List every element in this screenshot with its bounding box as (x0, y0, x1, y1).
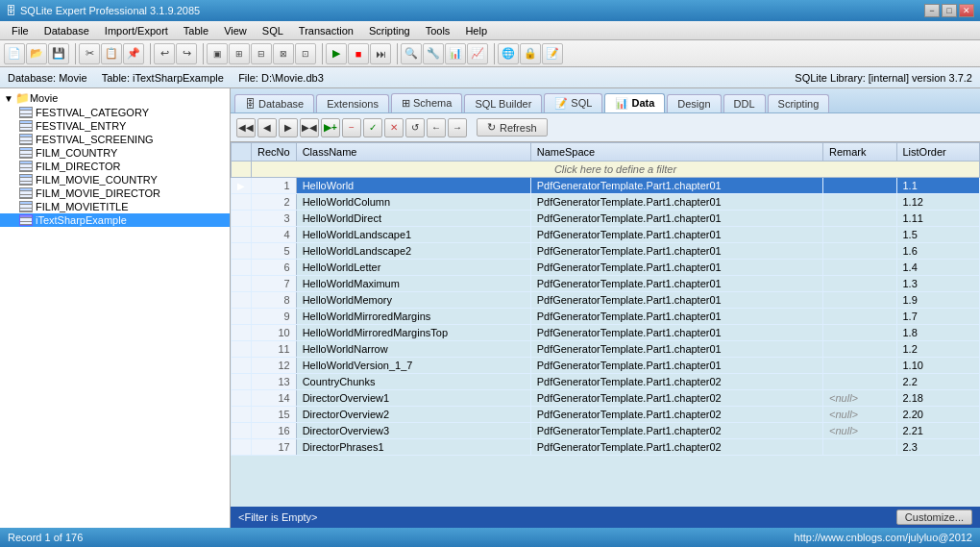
cell-listorder: 2.3 (896, 439, 980, 456)
sidebar-item-2[interactable]: FESTIVAL_SCREENING (0, 133, 230, 146)
table-row[interactable]: 16DirectorOverview3PdfGeneratorTemplate.… (232, 423, 980, 439)
tb-q1[interactable]: 🌐 (498, 43, 519, 64)
cell-classname: HelloWorldMemory (296, 292, 530, 309)
table-row[interactable]: 10HelloWorldMirroredMarginsTopPdfGenerat… (232, 325, 980, 341)
menu-tools[interactable]: Tools (418, 23, 458, 38)
sidebar-item-4[interactable]: FILM_DIRECTOR (0, 160, 230, 173)
sidebar-item-8[interactable]: iTextSharpExample (0, 213, 230, 227)
nav-first[interactable]: ◀◀ (236, 118, 256, 137)
tb-b2[interactable]: ⊞ (229, 43, 250, 64)
cell-recno: 7 (252, 276, 297, 292)
nav-prev[interactable]: ◀ (257, 118, 277, 137)
tb-new[interactable]: 📄 (4, 43, 25, 64)
col-classname[interactable]: ClassName (296, 143, 530, 162)
tab-ddl[interactable]: DDL (723, 94, 766, 112)
table-row[interactable]: 2HelloWorldColumnPdfGeneratorTemplate.Pa… (232, 194, 980, 211)
col-recno[interactable]: RecNo (252, 143, 297, 162)
tb-undo[interactable]: ↩ (154, 43, 175, 64)
nav-cancel[interactable]: ✕ (384, 118, 404, 137)
tb-b3[interactable]: ⊟ (251, 43, 272, 64)
tb-step[interactable]: ⏭ (370, 43, 391, 64)
tb-copy[interactable]: 📋 (101, 43, 122, 64)
tb-open[interactable]: 📂 (26, 43, 47, 64)
nav-next[interactable]: ▶ (279, 118, 298, 137)
table-row[interactable]: 15DirectorOverview2PdfGeneratorTemplate.… (232, 407, 980, 423)
cell-recno: 13 (252, 374, 297, 390)
tb-r3[interactable]: 📊 (445, 43, 466, 64)
table-row[interactable]: ▶1HelloWorldPdfGeneratorTemplate.Part1.c… (232, 178, 980, 194)
table-row[interactable]: 17DirectorPhrases1PdfGeneratorTemplate.P… (232, 439, 980, 456)
tab-sql[interactable]: 📝 SQL (544, 93, 602, 112)
menu-import-export[interactable]: Import/Export (97, 23, 176, 38)
minimize-button[interactable]: − (924, 4, 940, 17)
sidebar-item-1[interactable]: FESTIVAL_ENTRY (0, 119, 230, 133)
table-row[interactable]: 9HelloWorldMirroredMarginsPdfGeneratorTe… (232, 309, 980, 325)
nav-last[interactable]: ▶◀ (300, 118, 319, 137)
customize-button[interactable]: Customize... (896, 510, 972, 525)
tb-r2[interactable]: 🔧 (423, 43, 444, 64)
sidebar-item-5[interactable]: FILM_MOVIE_COUNTRY (0, 173, 230, 186)
sidebar-item-3[interactable]: FILM_COUNTRY (0, 146, 230, 160)
menu-scripting[interactable]: Scripting (361, 23, 418, 38)
tb-b4[interactable]: ⊠ (273, 43, 294, 64)
table-row[interactable]: 5HelloWorldLandscape2PdfGeneratorTemplat… (232, 243, 980, 260)
table-row[interactable]: 7HelloWorldMaximumPdfGeneratorTemplate.P… (232, 276, 980, 292)
menu-file[interactable]: File (4, 23, 37, 38)
tb-cut[interactable]: ✂ (79, 43, 100, 64)
cell-namespace: PdfGeneratorTemplate.Part1.chapter01 (530, 358, 822, 374)
col-remark[interactable]: Remark (823, 143, 896, 162)
tab-schema[interactable]: ⊞ Schema (391, 93, 462, 112)
refresh-button[interactable]: ↻ Refresh (477, 118, 548, 137)
col-listorder[interactable]: ListOrder (896, 143, 980, 162)
nav-refresh-small[interactable]: ↺ (405, 118, 425, 137)
tb-b1[interactable]: ▣ (207, 43, 228, 64)
tb-r4[interactable]: 📈 (467, 43, 488, 64)
tab-extensions[interactable]: Extensions (316, 94, 389, 112)
table-row[interactable]: 6HelloWorldLetterPdfGeneratorTemplate.Pa… (232, 260, 980, 276)
app-icon: 🗄 (6, 5, 16, 16)
sidebar-item-6[interactable]: FILM_MOVIE_DIRECTOR (0, 186, 230, 200)
table-row[interactable]: 12HelloWorldVersion_1_7PdfGeneratorTempl… (232, 358, 980, 374)
menu-sql[interactable]: SQL (255, 23, 291, 38)
tb-paste[interactable]: 📌 (123, 43, 144, 64)
table-row[interactable]: 4HelloWorldLandscape1PdfGeneratorTemplat… (232, 227, 980, 243)
tb-redo[interactable]: ↪ (176, 43, 197, 64)
tab-design[interactable]: Design (667, 94, 721, 112)
tab-sql-builder[interactable]: SQL Builder (464, 94, 542, 112)
tb-q3[interactable]: 📝 (542, 43, 563, 64)
col-namespace[interactable]: NameSpace (530, 143, 822, 162)
tb-r1[interactable]: 🔍 (401, 43, 422, 64)
close-button[interactable]: ✕ (959, 4, 974, 17)
table-row[interactable]: 13CountryChunksPdfGeneratorTemplate.Part… (232, 374, 980, 390)
nav-confirm[interactable]: ✓ (363, 118, 382, 137)
nav-add[interactable]: ▶+ (321, 118, 340, 137)
table-row[interactable]: 8HelloWorldMemoryPdfGeneratorTemplate.Pa… (232, 292, 980, 309)
tb-b5[interactable]: ⊡ (295, 43, 316, 64)
table-row[interactable]: 3HelloWorldDirectPdfGeneratorTemplate.Pa… (232, 211, 980, 227)
sidebar-item-7[interactable]: FILM_MOVIETITLE (0, 200, 230, 213)
filter-text[interactable]: Click here to define a filter (252, 162, 980, 178)
menu-database[interactable]: Database (37, 23, 97, 38)
tb-run[interactable]: ▶ (326, 43, 347, 64)
table-row[interactable]: 11HelloWorldNarrowPdfGeneratorTemplate.P… (232, 341, 980, 358)
tab-scripting[interactable]: Scripting (768, 94, 830, 112)
cell-recno: 11 (252, 341, 297, 358)
nav-right[interactable]: → (448, 118, 467, 137)
tab-data[interactable]: 📊 Data (604, 93, 665, 112)
nav-delete[interactable]: − (342, 118, 361, 137)
menu-view[interactable]: View (216, 23, 255, 38)
filter-empty-text: <Filter is Empty> (238, 511, 318, 523)
sidebar-item-0[interactable]: FESTIVAL_CATEGORY (0, 106, 230, 119)
menu-table[interactable]: Table (176, 23, 216, 38)
menu-transaction[interactable]: Transaction (291, 23, 361, 38)
tab-database[interactable]: 🗄 Database (234, 94, 314, 112)
nav-left[interactable]: ← (427, 118, 446, 137)
tb-q2[interactable]: 🔒 (520, 43, 541, 64)
tb-save[interactable]: 💾 (48, 43, 69, 64)
menu-help[interactable]: Help (457, 23, 495, 38)
tb-stop[interactable]: ■ (348, 43, 369, 64)
sidebar-item-movie[interactable]: ▼ 📁 Movie (0, 90, 230, 106)
data-grid[interactable]: RecNo ClassName NameSpace Remark ListOrd… (231, 142, 980, 507)
table-row[interactable]: 14DirectorOverview1PdfGeneratorTemplate.… (232, 390, 980, 407)
maximize-button[interactable]: □ (942, 4, 957, 17)
